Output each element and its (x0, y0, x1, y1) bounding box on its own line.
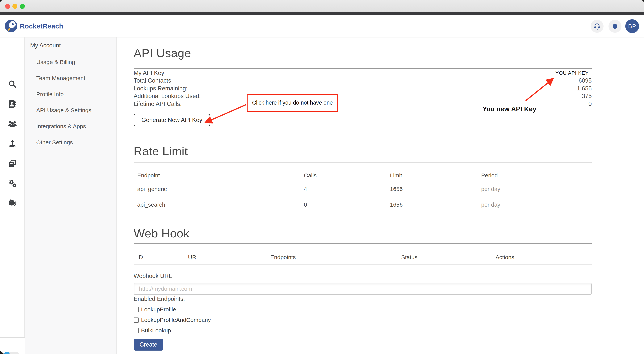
minimize-window-button[interactable] (12, 4, 17, 9)
rocketreach-logo-icon[interactable] (4, 20, 18, 33)
table-row: api_search 0 1656 per day (134, 197, 592, 213)
cell-limit: 1656 (390, 182, 403, 197)
annotation-click-here-box: Click here if you do not have one (246, 94, 338, 112)
sidebar-item-other-settings[interactable]: Other Settings (36, 134, 92, 150)
create-webhook-button[interactable]: Create (134, 339, 163, 350)
sidebar-item-team-management[interactable]: Team Management (36, 70, 92, 86)
api-usage-labels: My API Key Total Contacts Lookups Remain… (134, 69, 201, 108)
col-actions: Actions (496, 252, 514, 263)
app-window: RocketReach BP (0, 0, 644, 354)
label-lookups-remaining: Lookups Remaining: (134, 85, 201, 92)
webhook-url-label: Webhook URL (134, 273, 172, 279)
upload-icon[interactable] (8, 139, 17, 148)
checkbox-label: LookupProfileAndCompany (141, 317, 211, 323)
sidebar-item-integrations-apps[interactable]: Integrations & Apps (36, 118, 92, 134)
annotation-new-api-key-note: You new API Key (482, 105, 536, 113)
arrow-to-generate-button (206, 105, 246, 122)
cell-period: per day (481, 182, 500, 197)
cursor-icon (0, 350, 4, 354)
window-top-strip (0, 12, 644, 15)
checkbox-bulk-lookup[interactable] (134, 328, 139, 333)
macos-titlebar (0, 0, 644, 12)
cell-period: per day (481, 197, 500, 212)
checkbox-row[interactable]: LookupProfile (134, 306, 176, 313)
col-endpoint: Endpoint (137, 170, 160, 181)
icon-rail (0, 38, 25, 354)
cell-endpoint: api_search (137, 197, 165, 212)
lists-icon[interactable] (8, 159, 17, 168)
web-hook-title: Web Hook (134, 227, 189, 240)
col-url: URL (188, 252, 200, 263)
table-row: api_generic 4 1656 per day (134, 182, 592, 197)
divider (134, 68, 592, 69)
generate-api-key-button[interactable]: Generate New API Key (134, 114, 210, 126)
label-lifetime-calls: Lifetime API Calls: (134, 100, 201, 108)
account-sidebar: My Account Usage & Billing Team Manageme… (25, 38, 117, 354)
cell-limit: 1656 (390, 197, 403, 212)
rate-limit-title: Rate Limit (134, 144, 188, 158)
notifications-button[interactable] (608, 20, 622, 33)
checkbox-label: LookupProfile (141, 306, 176, 313)
col-period: Period (481, 170, 498, 181)
checkbox-label: BulkLookup (141, 327, 171, 334)
team-icon[interactable] (8, 119, 17, 128)
value-total-contacts: 6095 (401, 77, 592, 84)
close-window-button[interactable] (5, 4, 10, 9)
mini-progress-pill[interactable] (4, 352, 19, 354)
cell-calls: 4 (304, 182, 307, 197)
api-key-overlay-note: YOU API KEY (401, 69, 592, 77)
headset-icon (593, 22, 601, 30)
col-status: Status (401, 252, 418, 263)
cell-calls: 0 (304, 197, 307, 212)
maximize-window-button[interactable] (20, 4, 25, 9)
checkbox-row[interactable]: BulkLookup (134, 327, 171, 334)
checkbox-lookup-profile-and-company[interactable] (134, 317, 139, 323)
rail-bottom-widget (0, 337, 25, 354)
label-my-api-key: My API Key (134, 69, 201, 77)
api-usage-values: YOU API KEY 6095 1,656 375 0 (401, 69, 592, 108)
webhook-table-header: ID URL Endpoints Status Actions (134, 252, 592, 263)
col-calls: Calls (304, 170, 317, 181)
checkbox-row[interactable]: LookupProfileAndCompany (134, 317, 211, 323)
divider (134, 264, 592, 265)
sidebar-item-profile-info[interactable]: Profile Info (36, 86, 92, 102)
divider (134, 243, 592, 244)
label-additional-lookups: Additional Lookups Used: (134, 92, 201, 100)
checkbox-lookup-profile[interactable] (134, 307, 139, 312)
col-limit: Limit (390, 170, 402, 181)
contacts-icon[interactable] (8, 100, 17, 108)
rate-limit-header: Endpoint Calls Limit Period (134, 170, 592, 181)
cell-endpoint: api_generic (137, 182, 167, 197)
col-id: ID (137, 252, 143, 263)
api-usage-title: API Usage (134, 46, 191, 60)
sidebar-item-api-usage-settings[interactable]: API Usage & Settings (36, 102, 92, 118)
label-total-contacts: Total Contacts (134, 77, 201, 84)
col-endpoints: Endpoints (270, 252, 296, 263)
search-icon[interactable] (8, 80, 17, 89)
enabled-endpoints-label: Enabled Endpoints: (134, 295, 185, 302)
bell-icon (611, 23, 618, 30)
value-additional-lookups: 375 (401, 92, 592, 100)
value-lookups-remaining: 1,656 (401, 85, 592, 92)
app-header: RocketReach BP (0, 15, 644, 38)
settings-icon[interactable] (8, 179, 17, 188)
tags-icon[interactable] (8, 199, 17, 207)
user-avatar[interactable]: BP (625, 19, 639, 33)
webhook-url-input[interactable] (134, 283, 592, 295)
divider (134, 162, 592, 162)
brand-name[interactable]: RocketReach (20, 15, 63, 37)
support-button[interactable] (590, 20, 604, 33)
sidebar-item-usage-billing[interactable]: Usage & Billing (36, 54, 92, 70)
sidebar-heading[interactable]: My Account (30, 42, 61, 49)
